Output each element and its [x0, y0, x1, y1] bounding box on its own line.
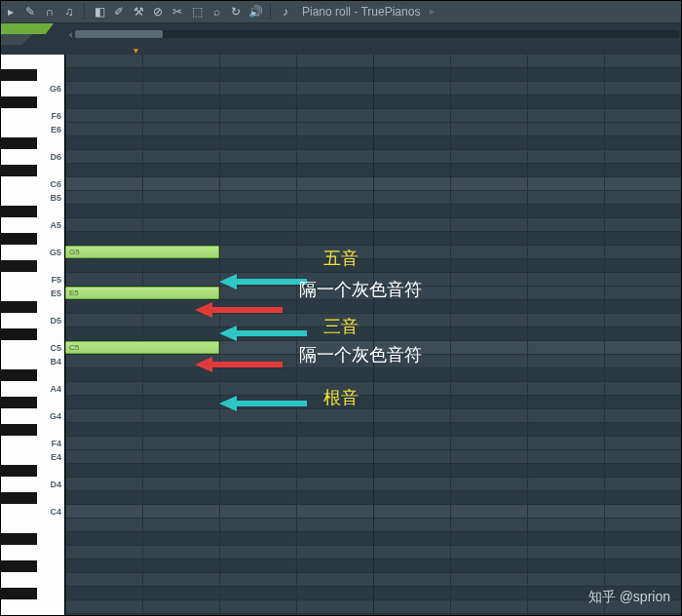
- label-fifth: 五音: [323, 247, 359, 270]
- scroll-left-icon[interactable]: ‹: [69, 28, 73, 40]
- black-key[interactable]: [0, 328, 37, 340]
- black-key[interactable]: [0, 588, 37, 599]
- arrow-third: [219, 326, 307, 341]
- separator: [84, 4, 85, 19]
- black-key[interactable]: [0, 260, 37, 272]
- key-label: D4: [50, 480, 61, 489]
- arrow-gap1: [195, 302, 283, 318]
- label-gap1: 隔一个灰色音符: [299, 278, 422, 301]
- key-label: D5: [50, 316, 61, 326]
- key-label: E5: [51, 289, 61, 298]
- arrow-root: [219, 396, 307, 411]
- black-key[interactable]: [0, 492, 37, 504]
- chevron-right-icon[interactable]: ▸: [430, 5, 436, 18]
- note-grid[interactable]: G5E5C5: [65, 55, 682, 616]
- black-key[interactable]: [0, 560, 37, 572]
- label-gap2: 隔一个灰色音符: [299, 343, 422, 366]
- svg-marker-0: [219, 274, 307, 289]
- black-key[interactable]: [0, 206, 37, 217]
- piano-roll-main: G6F6E6D6C6B5A5G5F5E5D5C5B4A4G4F4E4D4C4 G…: [0, 55, 682, 616]
- black-key[interactable]: [0, 397, 37, 408]
- corner-tab[interactable]: [0, 23, 65, 45]
- brush-icon[interactable]: ⚒: [132, 5, 145, 19]
- svg-marker-1: [195, 302, 283, 318]
- pencil-icon[interactable]: ✐: [112, 5, 126, 19]
- key-label: F6: [51, 111, 61, 121]
- playhead-icon[interactable]: ▾: [133, 45, 138, 55]
- headphone-icon[interactable]: ♫: [62, 5, 76, 19]
- key-label: G4: [50, 411, 61, 421]
- magnet-icon[interactable]: ∩: [43, 5, 57, 19]
- black-key[interactable]: [0, 533, 37, 545]
- arrow-fifth: [219, 274, 307, 289]
- separator: [270, 4, 271, 19]
- key-label: C5: [50, 343, 61, 353]
- key-label: G5: [50, 248, 61, 257]
- svg-marker-4: [219, 396, 307, 411]
- slice-icon[interactable]: ✂: [170, 5, 184, 19]
- scrollbar-thumb[interactable]: [75, 30, 163, 38]
- black-key[interactable]: [0, 233, 37, 245]
- black-key[interactable]: [0, 369, 37, 381]
- key-label: D6: [50, 152, 61, 162]
- svg-marker-2: [219, 326, 307, 341]
- select-icon[interactable]: ⬚: [190, 5, 204, 19]
- wrench-icon[interactable]: ✎: [23, 5, 37, 19]
- black-key[interactable]: [0, 301, 37, 313]
- midi-note[interactable]: C5: [65, 341, 219, 354]
- arrow-gap2: [195, 357, 283, 372]
- key-label: B4: [50, 357, 61, 366]
- note-pitch-label: C5: [69, 343, 79, 352]
- key-label: A4: [50, 384, 61, 394]
- label-root: 根音: [323, 386, 359, 409]
- note-pitch-label: E5: [69, 289, 79, 297]
- stamp-icon[interactable]: ◧: [93, 5, 106, 19]
- watermark: 知乎 @sprion: [588, 589, 670, 606]
- key-label: F5: [51, 275, 61, 285]
- horizontal-scrollbar[interactable]: [75, 30, 679, 38]
- black-key[interactable]: [0, 96, 37, 108]
- midi-icon[interactable]: ♪: [279, 5, 292, 19]
- key-label: B5: [50, 193, 61, 203]
- piano-keyboard[interactable]: G6F6E6D6C6B5A5G5F5E5D5C5B4A4G4F4E4D4C4: [0, 55, 65, 616]
- key-label: F4: [51, 439, 61, 448]
- window-title: Piano roll - TruePianos: [302, 5, 420, 19]
- black-key[interactable]: [0, 424, 37, 436]
- black-key[interactable]: [0, 165, 37, 176]
- note-pitch-label: G5: [69, 248, 80, 256]
- playback-icon[interactable]: ↻: [229, 5, 243, 19]
- speaker-icon[interactable]: 🔊: [248, 5, 262, 19]
- zoom-icon[interactable]: ⌕: [209, 5, 223, 19]
- key-label: G6: [50, 84, 61, 94]
- timeline-header: ‹: [0, 23, 682, 45]
- play-icon[interactable]: ▸: [4, 5, 18, 19]
- black-key[interactable]: [0, 137, 37, 149]
- key-label: E6: [51, 125, 61, 135]
- midi-note[interactable]: G5: [65, 246, 219, 258]
- black-key[interactable]: [0, 465, 37, 477]
- mute-icon[interactable]: ⊘: [151, 5, 165, 19]
- key-label: C6: [50, 179, 61, 189]
- key-label: E4: [51, 452, 61, 462]
- key-label: A5: [50, 220, 61, 230]
- position-bar: ▾: [0, 45, 682, 55]
- midi-note[interactable]: E5: [65, 287, 219, 299]
- key-label: C4: [50, 507, 61, 517]
- black-key[interactable]: [0, 69, 37, 81]
- label-third: 三音: [323, 315, 359, 338]
- toolbar: ▸ ✎ ∩ ♫ ◧ ✐ ⚒ ⊘ ✂ ⬚ ⌕ ↻ 🔊 ♪ Piano roll -…: [0, 0, 682, 23]
- svg-marker-3: [195, 357, 283, 372]
